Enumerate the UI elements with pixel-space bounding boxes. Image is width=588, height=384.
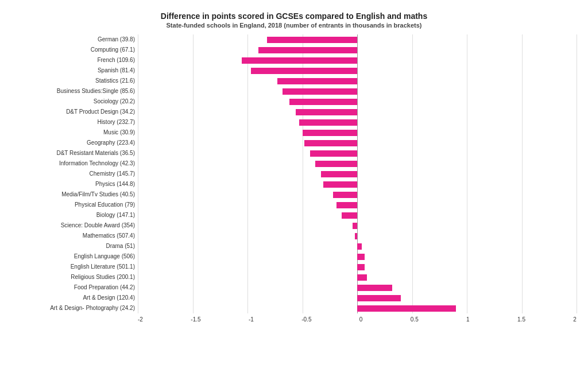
bar-row (138, 45, 577, 55)
bar (299, 119, 357, 126)
bar-row (138, 262, 577, 272)
bar-row (138, 117, 577, 127)
bar (303, 130, 358, 136)
bar-row (138, 189, 577, 200)
y-label: Art & Design (120.4) (11, 293, 135, 303)
bar (357, 254, 365, 260)
y-label: Sociology (20.2) (11, 96, 135, 107)
bar-row (138, 127, 577, 138)
bar-row (138, 34, 577, 45)
bar-row (138, 179, 577, 189)
y-label: Drama (51) (11, 241, 135, 251)
y-label: Spanish (81.4) (11, 65, 135, 76)
bar (304, 140, 357, 146)
y-label: Information Technology (42.3) (11, 158, 135, 169)
y-label: Statistics (21.6) (11, 76, 135, 86)
x-axis-labels: -2-1.5-1-0.500.511.52 (138, 316, 577, 323)
y-label: D&T Product Design (34.2) (11, 107, 135, 117)
bar (333, 192, 357, 198)
y-label: English Language (506) (11, 251, 135, 262)
bar-row (138, 272, 577, 282)
y-label: Business Studies:Single (85.6) (11, 86, 135, 96)
x-axis-label: 1.5 (517, 316, 525, 323)
bar (357, 243, 362, 250)
y-label: Food Preparation (44.2) (11, 282, 135, 293)
chart-subtitle: State-funded schools in England, 2018 (n… (11, 22, 577, 29)
y-label: History (232.7) (11, 117, 135, 127)
bar (357, 295, 401, 301)
bar (277, 78, 357, 84)
x-axis-label: 2 (573, 316, 577, 323)
bar (357, 285, 392, 291)
bar-row (138, 303, 577, 313)
y-label: French (109.6) (11, 55, 135, 65)
bar (336, 202, 357, 208)
y-label: Religious Studies (200.1) (11, 272, 135, 282)
bar (355, 233, 357, 239)
bar (289, 99, 357, 105)
bar-row (138, 282, 577, 293)
y-label: D&T Resistant Materials (36.5) (11, 148, 135, 158)
bar-row (138, 293, 577, 303)
bar-row (138, 241, 577, 251)
bar-row (138, 200, 577, 210)
bars-section (138, 34, 577, 313)
bar (353, 223, 357, 229)
y-label: Chemistry (145.7) (11, 169, 135, 179)
x-axis-label: -1.5 (191, 316, 200, 323)
bar (258, 47, 357, 53)
bar (251, 68, 357, 74)
grid-line (577, 34, 577, 313)
y-labels: German (39.8)Computing (67.1)French (109… (11, 34, 138, 313)
bar (321, 171, 357, 177)
chart-title: Difference in points scored in GCSEs com… (11, 11, 577, 21)
y-label: Geography (223.4) (11, 138, 135, 148)
bar-row (138, 55, 577, 65)
y-label: Computing (67.1) (11, 45, 135, 55)
chart-container: Difference in points scored in GCSEs com… (0, 0, 588, 384)
y-label: Science: Double Award (354) (11, 220, 135, 231)
x-axis-label: 0 (359, 316, 363, 323)
y-label: Biology (147.1) (11, 210, 135, 220)
bar-row (138, 220, 577, 231)
bar (310, 150, 357, 157)
x-axis-label: 1 (466, 316, 470, 323)
bar-row (138, 65, 577, 76)
bar-row (138, 76, 577, 86)
bar (357, 274, 367, 281)
bars-container (138, 34, 577, 313)
x-axis-label: 0.5 (411, 316, 419, 323)
y-label: Art & Design- Photography (24.2) (11, 303, 135, 313)
bar-row (138, 96, 577, 107)
x-axis-label: -2 (138, 316, 143, 323)
y-label: Music (30.9) (11, 127, 135, 138)
bar-row (138, 107, 577, 117)
x-axis-label: -0.5 (301, 316, 311, 323)
bar (296, 109, 357, 115)
y-label: Physics (144.8) (11, 179, 135, 189)
bar (315, 161, 357, 167)
bar-row (138, 158, 577, 169)
y-label: Mathematics (507.4) (11, 231, 135, 241)
bar-row (138, 169, 577, 179)
bar (357, 305, 456, 312)
y-label: Physical Education (79) (11, 200, 135, 210)
chart-inner: German (39.8)Computing (67.1)French (109… (11, 34, 577, 313)
bar (267, 37, 357, 43)
y-label: Media/Film/Tv Studies (40.5) (11, 189, 135, 200)
bar-row (138, 210, 577, 220)
bar (357, 264, 365, 270)
bar-row (138, 231, 577, 241)
x-axis-label: -1 (249, 316, 254, 323)
bar (242, 57, 357, 64)
bar (283, 88, 357, 95)
bar (342, 212, 357, 219)
y-label: German (39.8) (11, 34, 135, 45)
bar-row (138, 148, 577, 158)
bar-row (138, 138, 577, 148)
y-label: English Literature (501.1) (11, 262, 135, 272)
bar-row (138, 86, 577, 96)
bar-row (138, 251, 577, 262)
bar (323, 181, 357, 188)
